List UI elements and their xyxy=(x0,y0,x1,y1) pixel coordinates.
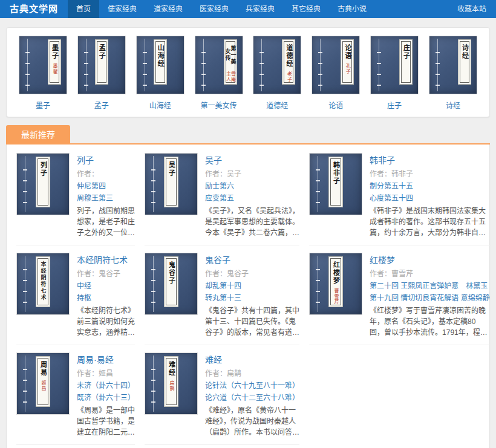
chapter-link[interactable]: 周穆王第三 xyxy=(77,192,135,203)
empty-grid-cell xyxy=(309,345,490,445)
book-spine-decoration xyxy=(379,39,379,91)
book-cover-author: 墨翟 xyxy=(52,63,57,74)
site-logo[interactable]: 古典文学网 xyxy=(0,0,68,18)
book-cover-title: 吴子 xyxy=(168,161,175,177)
chapter-link[interactable]: 既济（卦六十三） xyxy=(77,392,135,402)
book-author: 作者：扁鹊 xyxy=(205,368,299,378)
book-cover-title: 周易 xyxy=(40,361,47,377)
book-title-link[interactable]: 列子 xyxy=(77,154,135,166)
book-spine-decoration xyxy=(145,39,145,91)
nav-item-taoist[interactable]: 道家经典 xyxy=(145,0,191,18)
carousel-book-shanhaijing[interactable]: 山海经 山海经 xyxy=(134,36,187,110)
book-cover-image[interactable]: 第一美女传 雪庵主人 xyxy=(195,36,243,94)
chapter-link[interactable]: 心度第五十四 xyxy=(370,192,490,203)
book-cover-label: 列子 xyxy=(36,157,50,207)
book-item-guiguzi: 鬼谷子 鬼谷子 作者：鬼谷子 却乱第十四 转丸第十三 《鬼谷子》共有十四篇，其中… xyxy=(145,245,299,345)
book-title-link[interactable]: 第一美女传 xyxy=(192,100,246,110)
chapter-link[interactable]: 第二十回 王熙凤正言弹妒意 林黛玉 xyxy=(370,280,490,290)
nav-item-military[interactable]: 兵家经典 xyxy=(237,0,283,18)
book-info: 红楼梦 作者：曹雪芹 第二十回 王熙凤正言弹妒意 林黛玉 第十九回 情切切良宵花… xyxy=(370,253,490,338)
book-author: 作者： xyxy=(77,168,135,178)
book-title-link[interactable]: 论语 xyxy=(309,100,362,110)
chapter-link[interactable]: 励士第六 xyxy=(205,180,299,190)
book-info: 周易·易经 作者：姬昌 未济（卦六十四） 既济（卦六十三） 《周易》是一部中国古… xyxy=(77,352,135,438)
book-cover-image[interactable]: 鬼谷子 xyxy=(145,253,198,315)
book-spine-decoration xyxy=(437,39,438,91)
book-cover-image[interactable]: 道德经 老子 xyxy=(253,36,301,94)
chapter-link[interactable]: 论针法（六十九至八十一难） xyxy=(205,380,299,390)
carousel-book-shijing[interactable]: 诗经 诗经 xyxy=(426,36,480,110)
chapter-link[interactable]: 未济（卦六十四） xyxy=(77,380,135,390)
nav-item-classic-novels[interactable]: 古典小说 xyxy=(329,0,375,18)
book-title-link[interactable]: 道德经 xyxy=(250,100,304,110)
nav-item-confucian[interactable]: 儒家经典 xyxy=(99,0,145,18)
book-title-link[interactable]: 墨子 xyxy=(16,100,70,110)
nav-item-home[interactable]: 首页 xyxy=(68,0,99,18)
book-author: 作者：曹雪芹 xyxy=(370,268,490,278)
book-title-link[interactable]: 山海经 xyxy=(134,100,187,110)
book-cover-image[interactable]: 庄子 xyxy=(370,36,419,94)
carousel-book-mengzi[interactable]: 孟子 孟子 xyxy=(75,36,128,110)
carousel-book-lunyu[interactable]: 论语 孔子 论语 xyxy=(309,36,362,110)
book-cover-image[interactable]: 墨子 墨翟 xyxy=(19,36,67,94)
book-title-link[interactable]: 庄子 xyxy=(368,100,421,110)
book-cover-label: 难经 扁鹊 xyxy=(164,356,178,407)
chapter-link[interactable]: 却乱第十四 xyxy=(205,280,299,290)
chapter-link[interactable]: 制分第五十五 xyxy=(370,180,490,190)
chapter-link[interactable]: 转丸第十三 xyxy=(205,292,299,302)
carousel-book-zhuangzi[interactable]: 庄子 庄子 xyxy=(368,36,421,110)
top-navbar: 古典文学网 首页 儒家经典 道家经典 医家经典 兵家经典 其它经典 古典小说 收… xyxy=(0,0,496,18)
book-cover-image[interactable]: 山海经 xyxy=(136,36,184,94)
book-cover-label: 本经阴符七术 xyxy=(36,256,50,307)
book-title-link[interactable]: 韩非子 xyxy=(370,154,490,166)
book-item-liezi: 列子 列子 作者： 仲尼第四 周穆王第三 列子，战国前期思想家，是老子和庄子之外… xyxy=(16,146,135,245)
book-cover-author: 雪庵主人 xyxy=(226,70,235,84)
book-cover-image[interactable]: 诗经 xyxy=(429,36,477,94)
book-author: 作者：吴子 xyxy=(205,168,299,178)
book-cover-image[interactable]: 韩非子 xyxy=(309,153,362,215)
carousel-book-daodejing[interactable]: 道德经 老子 道德经 xyxy=(250,36,304,110)
book-title-link[interactable]: 难经 xyxy=(205,353,299,365)
book-spine-decoration xyxy=(25,156,25,212)
carousel-book-diyimeinvchuan[interactable]: 第一美女传 雪庵主人 第一美女传 xyxy=(192,36,246,110)
book-info: 难经 作者：扁鹊 论针法（六十九至八十一难） 论穴道（六十二至六十八难） 《难经… xyxy=(205,352,299,438)
chapter-link[interactable]: 第十九回 情切切良宵花解语 意绵绵静 xyxy=(370,292,490,302)
chapter-link[interactable]: 应变第五 xyxy=(205,192,299,203)
chapter-link[interactable]: 仲尼第四 xyxy=(77,180,135,190)
book-cover-title: 列子 xyxy=(40,161,47,177)
book-cover-image[interactable]: 列子 xyxy=(16,153,70,215)
book-cover-image[interactable]: 周易 姬昌 xyxy=(16,352,70,415)
recommend-panel: 列子 列子 作者： 仲尼第四 周穆王第三 列子，战国前期思想家，是老子和庄子之外… xyxy=(6,144,490,448)
book-cover-title: 庄子 xyxy=(403,44,410,60)
book-author: 作者：姬昌 xyxy=(77,368,135,378)
nav-item-medical[interactable]: 医家经典 xyxy=(191,0,237,18)
book-title-link[interactable]: 诗经 xyxy=(426,100,480,110)
nav-item-other-classics[interactable]: 其它经典 xyxy=(283,0,329,18)
book-cover-image[interactable]: 本经阴符七术 xyxy=(16,253,70,315)
book-cover-title: 红楼梦 xyxy=(333,261,339,285)
book-spine-decoration xyxy=(203,39,204,91)
book-cover-author: 老子 xyxy=(286,71,291,82)
book-description: 《本经阴符七术》前三篇说明如何充实意志，涵养精神。后四篇讨论如何将内在的精神运用… xyxy=(77,305,135,338)
book-title-link[interactable]: 周易·易经 xyxy=(77,353,135,365)
book-cover-image[interactable]: 孟子 xyxy=(77,36,126,94)
chapter-link[interactable]: 持枢 xyxy=(77,292,135,302)
book-description: 《周易》是一部中国古哲学书籍，是建立在阴阳二元论基础上对事物运行规律加以论证和描… xyxy=(77,405,135,438)
bookmark-site-link[interactable]: 收藏本站 xyxy=(448,0,496,18)
book-cover-image[interactable]: 红楼梦 曹雪芹 xyxy=(309,253,362,315)
book-title-link[interactable]: 本经阴符七术 xyxy=(77,253,135,265)
book-title-link[interactable]: 吴子 xyxy=(205,154,299,166)
carousel-book-mozi[interactable]: 墨子 墨翟 墨子 xyxy=(16,36,70,110)
book-author: 作者：鬼谷子 xyxy=(77,268,135,278)
book-cover-label: 鬼谷子 xyxy=(164,256,178,307)
book-title-link[interactable]: 孟子 xyxy=(75,100,128,110)
latest-recommend-tab: 最新推荐 xyxy=(6,125,70,143)
book-cover-image[interactable]: 论语 孔子 xyxy=(312,36,360,94)
book-title-link[interactable]: 鬼谷子 xyxy=(205,253,299,265)
book-title-link[interactable]: 红楼梦 xyxy=(370,253,490,265)
book-cover-image[interactable]: 吴子 xyxy=(145,153,198,215)
chapter-link[interactable]: 中经 xyxy=(77,280,135,290)
book-cover-label: 孟子 xyxy=(95,39,108,85)
chapter-link[interactable]: 论穴道（六十二至六十八难） xyxy=(205,392,299,402)
book-cover-image[interactable]: 难经 扁鹊 xyxy=(145,352,198,415)
